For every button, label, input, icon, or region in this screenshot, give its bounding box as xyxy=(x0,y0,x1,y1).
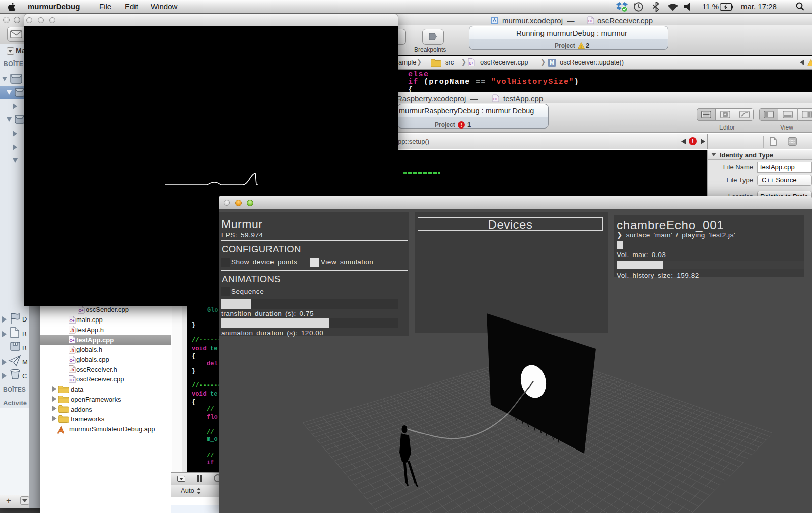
svg-text:!: ! xyxy=(580,44,582,49)
svg-text:C+: C+ xyxy=(469,61,473,65)
svg-text:C+: C+ xyxy=(588,19,593,23)
svg-text:C+: C+ xyxy=(493,97,498,101)
